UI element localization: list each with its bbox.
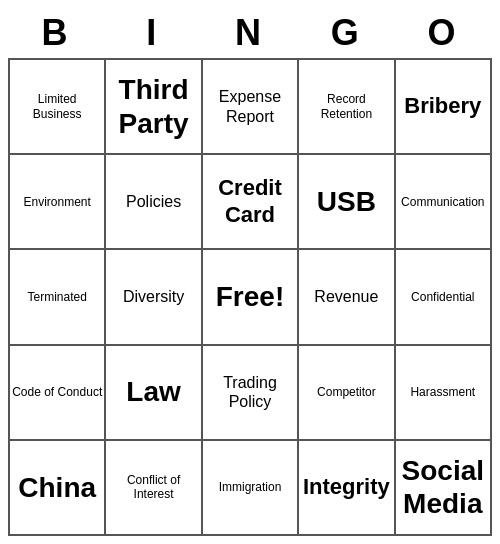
cell-r1-c1[interactable]: Policies [106, 155, 202, 250]
cell-text-r4-c3: Integrity [303, 474, 390, 500]
title-n: N [202, 12, 299, 54]
cell-text-r3-c0: Code of Conduct [12, 385, 102, 399]
cell-r2-c3[interactable]: Revenue [299, 250, 395, 345]
cell-r2-c1[interactable]: Diversity [106, 250, 202, 345]
cell-text-r2-c4: Confidential [411, 290, 474, 304]
cell-text-r0-c0: Limited Business [12, 92, 102, 121]
cell-text-r2-c3: Revenue [314, 287, 378, 306]
title-g: G [298, 12, 395, 54]
cell-text-r0-c4: Bribery [404, 93, 481, 119]
cell-r0-c1[interactable]: Third Party [106, 60, 202, 155]
cell-r1-c0[interactable]: Environment [10, 155, 106, 250]
cell-text-r1-c2: Credit Card [205, 175, 295, 228]
cell-text-r2-c1: Diversity [123, 287, 184, 306]
cell-r0-c2[interactable]: Expense Report [203, 60, 299, 155]
cell-text-r3-c1: Law [126, 375, 180, 409]
cell-text-r0-c1: Third Party [108, 73, 198, 140]
cell-r3-c4[interactable]: Harassment [396, 346, 492, 441]
cell-r4-c1[interactable]: Conflict of Interest [106, 441, 202, 536]
cell-r0-c4[interactable]: Bribery [396, 60, 492, 155]
cell-r4-c0[interactable]: China [10, 441, 106, 536]
cell-text-r4-c1: Conflict of Interest [108, 473, 198, 502]
cell-r1-c3[interactable]: USB [299, 155, 395, 250]
cell-text-r4-c4: Social Media [398, 454, 488, 521]
cell-text-r3-c4: Harassment [410, 385, 475, 399]
cell-r3-c3[interactable]: Competitor [299, 346, 395, 441]
cell-text-r3-c3: Competitor [317, 385, 376, 399]
cell-r2-c2[interactable]: Free! [203, 250, 299, 345]
cell-text-r2-c2: Free! [216, 280, 284, 314]
cell-r4-c4[interactable]: Social Media [396, 441, 492, 536]
cell-text-r4-c2: Immigration [219, 480, 282, 494]
cell-r1-c2[interactable]: Credit Card [203, 155, 299, 250]
cell-r3-c0[interactable]: Code of Conduct [10, 346, 106, 441]
cell-text-r1-c3: USB [317, 185, 376, 219]
cell-r4-c3[interactable]: Integrity [299, 441, 395, 536]
cell-r0-c3[interactable]: Record Retention [299, 60, 395, 155]
cell-text-r2-c0: Terminated [28, 290, 87, 304]
cell-text-r1-c0: Environment [24, 195, 91, 209]
title-o: O [395, 12, 492, 54]
cell-r2-c4[interactable]: Confidential [396, 250, 492, 345]
cell-text-r3-c2: Trading Policy [205, 373, 295, 411]
cell-r3-c1[interactable]: Law [106, 346, 202, 441]
bingo-title: B I N G O [8, 8, 492, 58]
cell-r1-c4[interactable]: Communication [396, 155, 492, 250]
cell-r4-c2[interactable]: Immigration [203, 441, 299, 536]
bingo-grid: Limited BusinessThird PartyExpense Repor… [8, 58, 492, 536]
cell-text-r1-c1: Policies [126, 192, 181, 211]
cell-text-r4-c0: China [18, 471, 96, 505]
cell-r0-c0[interactable]: Limited Business [10, 60, 106, 155]
cell-text-r0-c2: Expense Report [205, 87, 295, 125]
cell-r2-c0[interactable]: Terminated [10, 250, 106, 345]
title-b: B [8, 12, 105, 54]
cell-text-r0-c3: Record Retention [301, 92, 391, 121]
cell-text-r1-c4: Communication [401, 195, 484, 209]
title-i: I [105, 12, 202, 54]
cell-r3-c2[interactable]: Trading Policy [203, 346, 299, 441]
